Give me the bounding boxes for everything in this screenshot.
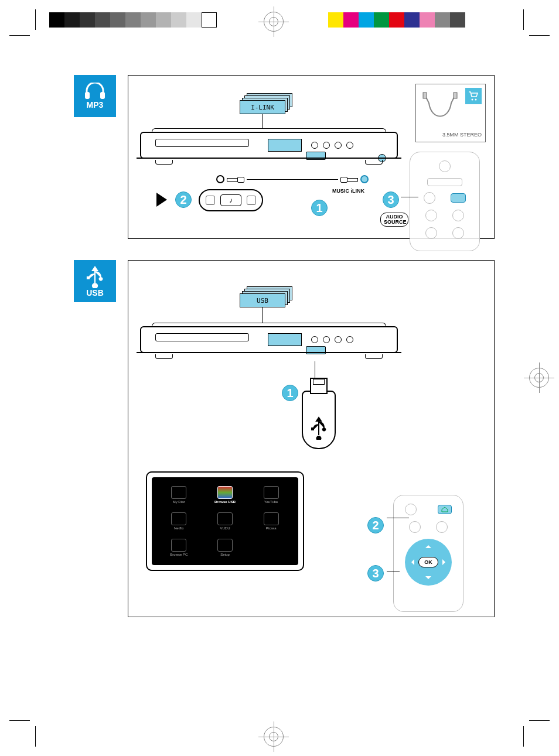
- svg-rect-4: [423, 93, 427, 98]
- mp3-panel: I-LINK MUSIC iLINK 2 1 3 ♪ AUDIO SOURCE: [128, 75, 495, 239]
- remote-ok-btn[interactable]: OK: [418, 557, 438, 567]
- audio-cable: [216, 175, 369, 183]
- svg-point-3: [475, 99, 477, 101]
- accessory-label: 3.5MM STEREO: [442, 132, 482, 138]
- svg-rect-1: [100, 92, 105, 99]
- step-usb-1: 1: [282, 385, 298, 401]
- step-1: 1: [311, 200, 328, 216]
- grayscale-colorbar: [49, 12, 217, 28]
- disc-player-usb: [140, 323, 398, 368]
- registration-bottom: [264, 727, 284, 747]
- cart-icon: [465, 88, 482, 104]
- svg-rect-5: [454, 93, 457, 98]
- jack-left: [216, 175, 224, 183]
- usb-line: [315, 361, 315, 379]
- remote-home-btn[interactable]: [438, 505, 452, 514]
- menu-youtube[interactable]: YouTube: [250, 483, 292, 506]
- home-icon: [441, 507, 448, 512]
- step-2: 2: [175, 191, 192, 208]
- step-usb-2: 2: [367, 517, 384, 533]
- svg-rect-0: [85, 92, 90, 99]
- menu-picasa[interactable]: Picasa: [250, 509, 292, 532]
- display-ilink-text: I-LINK: [251, 104, 274, 111]
- usb-trident-icon: [84, 265, 105, 288]
- remote-dpad[interactable]: OK: [405, 539, 452, 586]
- usb-section-icon: USB: [74, 260, 116, 302]
- tv-menu: My Disc Browse USB YouTube Netflix VUDU …: [146, 471, 304, 571]
- plug-right: [340, 177, 358, 182]
- display-usb-text: USB: [257, 297, 268, 305]
- accessory-box: 3.5MM STEREO: [415, 84, 486, 142]
- remote-control: [410, 152, 480, 251]
- step-3: 3: [383, 191, 399, 208]
- usb-drive: [302, 391, 336, 449]
- mp3-screen-icon: ♪: [220, 194, 241, 206]
- menu-netflix[interactable]: Netflix: [158, 509, 200, 532]
- usb-panel: USB 1 My Disc Browse USB YouTube Netflix…: [128, 260, 495, 617]
- remote-control-usb: OK: [393, 495, 463, 612]
- menu-browse-usb[interactable]: Browse USB: [204, 483, 247, 506]
- play-icon: [156, 193, 167, 207]
- jack-right: [360, 175, 369, 183]
- menu-mydisc[interactable]: My Disc: [158, 483, 200, 506]
- mp3-section-icon: MP3: [74, 75, 116, 117]
- disc-player: [140, 128, 398, 174]
- mp3-label: MP3: [87, 100, 104, 110]
- usb-label: USB: [86, 288, 104, 297]
- step-usb-3: 3: [367, 565, 384, 581]
- usb-logo-icon: [310, 416, 328, 440]
- svg-point-2: [472, 99, 473, 101]
- plug-left: [227, 177, 244, 182]
- mp3-player-device: ♪: [199, 189, 263, 211]
- menu-vudu[interactable]: VUDU: [204, 509, 247, 532]
- port-label: MUSIC iLINK: [332, 188, 364, 194]
- audio-source-label: AUDIO SOURCE: [380, 213, 408, 227]
- aux-cable-icon: [420, 91, 461, 132]
- registration-right: [529, 368, 549, 388]
- menu-browse-pc[interactable]: Browse PC: [158, 536, 200, 559]
- cmyk-colorbar: [328, 12, 465, 28]
- registration-top: [264, 12, 284, 32]
- headphones-icon: [83, 83, 107, 100]
- remote-source-btn[interactable]: [451, 193, 466, 203]
- menu-setup[interactable]: Setup: [204, 536, 247, 559]
